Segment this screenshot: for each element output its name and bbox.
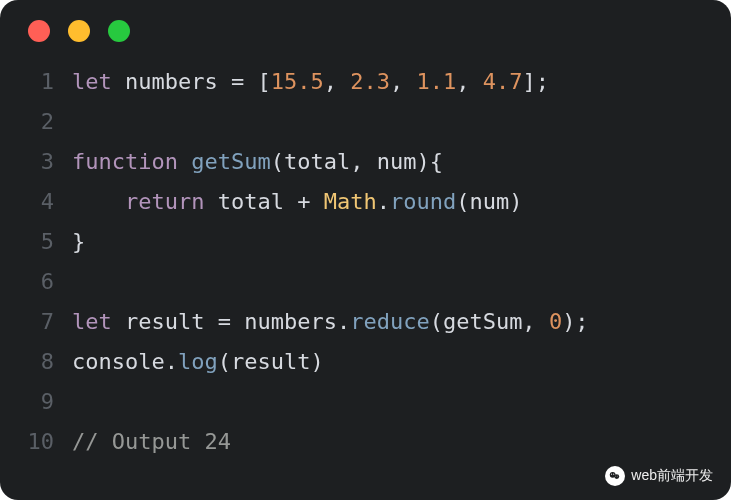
code-line: 2 <box>0 102 731 142</box>
code-line: 3function getSum(total, num){ <box>0 142 731 182</box>
svg-point-5 <box>618 476 619 477</box>
code-text: console.log(result) <box>72 342 731 382</box>
code-text <box>72 382 731 422</box>
line-number: 6 <box>0 262 72 302</box>
code-editor-window: 1let numbers = [15.5, 2.3, 1.1, 4.7];2 3… <box>0 0 731 500</box>
code-line: 1let numbers = [15.5, 2.3, 1.1, 4.7]; <box>0 62 731 102</box>
minimize-icon[interactable] <box>68 20 90 42</box>
line-number: 9 <box>0 382 72 422</box>
code-text: function getSum(total, num){ <box>72 142 731 182</box>
svg-point-1 <box>615 474 620 479</box>
code-text: let numbers = [15.5, 2.3, 1.1, 4.7]; <box>72 62 731 102</box>
window-titlebar <box>0 0 731 62</box>
code-line: 10// Output 24 <box>0 422 731 462</box>
watermark-text: web前端开发 <box>631 467 713 485</box>
code-text: let result = numbers.reduce(getSum, 0); <box>72 302 731 342</box>
wechat-icon <box>605 466 625 486</box>
svg-point-4 <box>616 476 617 477</box>
line-number: 3 <box>0 142 72 182</box>
code-text <box>72 102 731 142</box>
code-line: 6 <box>0 262 731 302</box>
line-number: 4 <box>0 182 72 222</box>
code-text: return total + Math.round(num) <box>72 182 731 222</box>
line-number: 5 <box>0 222 72 262</box>
maximize-icon[interactable] <box>108 20 130 42</box>
svg-point-3 <box>614 474 615 475</box>
code-line: 7let result = numbers.reduce(getSum, 0); <box>0 302 731 342</box>
code-text <box>72 262 731 302</box>
code-line: 4 return total + Math.round(num) <box>0 182 731 222</box>
close-icon[interactable] <box>28 20 50 42</box>
line-number: 10 <box>0 422 72 462</box>
code-block: 1let numbers = [15.5, 2.3, 1.1, 4.7];2 3… <box>0 62 731 462</box>
code-text: } <box>72 222 731 262</box>
code-text: // Output 24 <box>72 422 731 462</box>
line-number: 8 <box>0 342 72 382</box>
code-line: 8console.log(result) <box>0 342 731 382</box>
line-number: 7 <box>0 302 72 342</box>
line-number: 2 <box>0 102 72 142</box>
watermark: web前端开发 <box>605 466 713 486</box>
svg-point-2 <box>611 474 612 475</box>
code-line: 5} <box>0 222 731 262</box>
code-line: 9 <box>0 382 731 422</box>
line-number: 1 <box>0 62 72 102</box>
